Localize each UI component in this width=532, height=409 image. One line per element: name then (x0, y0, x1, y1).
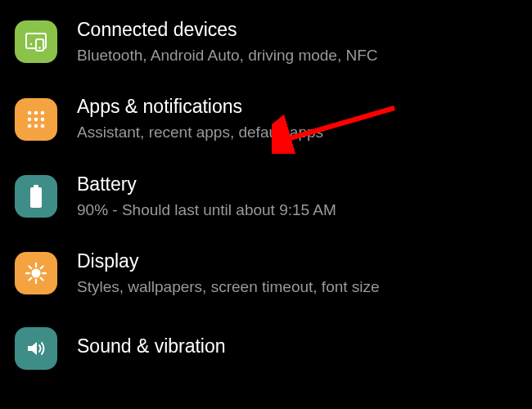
svg-line-23 (41, 267, 43, 269)
svg-point-7 (28, 117, 32, 121)
svg-line-20 (29, 267, 32, 269)
svg-line-22 (29, 278, 32, 281)
settings-item-text: Apps & notifications Assistant, recent a… (57, 95, 323, 142)
svg-point-15 (32, 269, 41, 278)
settings-item-title: Connected devices (77, 18, 378, 42)
svg-rect-13 (34, 185, 38, 187)
settings-item-text: Sound & vibration (57, 335, 226, 362)
settings-item-subtitle: Bluetooth, Android Auto, driving mode, N… (77, 45, 378, 66)
svg-point-12 (41, 124, 45, 128)
svg-point-4 (28, 110, 32, 115)
svg-point-6 (41, 110, 45, 115)
settings-item-text: Display Styles, wallpapers, screen timeo… (57, 249, 380, 297)
sound-icon (15, 327, 57, 370)
svg-point-9 (41, 117, 45, 121)
svg-rect-1 (36, 39, 43, 51)
settings-item-title: Battery (77, 173, 336, 196)
settings-item-text: Battery 90% - Should last until about 9:… (57, 173, 336, 220)
battery-icon (15, 175, 57, 218)
settings-item-battery[interactable]: Battery 90% - Should last until about 9:… (0, 158, 532, 235)
settings-list: Connected devices Bluetooth, Android Aut… (0, 0, 532, 384)
svg-point-2 (38, 47, 40, 48)
svg-point-5 (34, 110, 38, 115)
settings-item-display[interactable]: Display Styles, wallpapers, screen timeo… (0, 235, 532, 312)
settings-item-subtitle: Assistant, recent apps, default apps (77, 122, 323, 143)
settings-item-subtitle: 90% - Should last until about 9:15 AM (77, 200, 336, 221)
svg-point-8 (34, 117, 38, 121)
svg-rect-14 (30, 187, 42, 208)
svg-point-3 (30, 43, 32, 45)
devices-icon (15, 20, 57, 63)
svg-point-11 (34, 124, 38, 128)
apps-icon (15, 98, 57, 141)
settings-item-subtitle: Styles, wallpapers, screen timeout, font… (77, 276, 380, 298)
settings-item-connected-devices[interactable]: Connected devices Bluetooth, Android Aut… (0, 3, 532, 80)
settings-item-apps-notifications[interactable]: Apps & notifications Assistant, recent a… (0, 80, 532, 157)
svg-point-10 (28, 124, 32, 128)
svg-line-21 (41, 278, 43, 281)
settings-item-title: Sound & vibration (77, 335, 226, 358)
settings-item-title: Apps & notifications (77, 95, 323, 119)
brightness-icon (15, 252, 57, 294)
settings-item-sound-vibration[interactable]: Sound & vibration (0, 312, 532, 384)
settings-item-text: Connected devices Bluetooth, Android Aut… (57, 18, 378, 65)
settings-item-title: Display (77, 249, 380, 273)
